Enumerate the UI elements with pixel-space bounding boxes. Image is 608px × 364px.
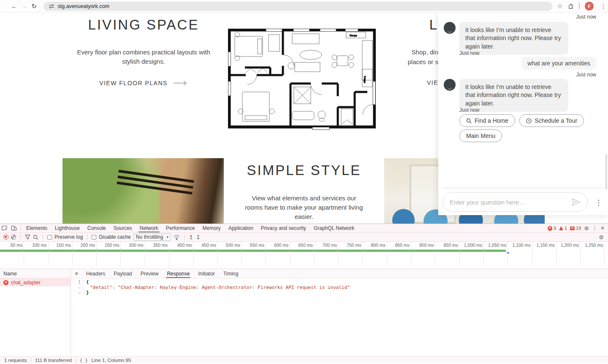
chat-widget: Just now It looks like I’m unable to ret… (438, 13, 608, 215)
console-errors-badge[interactable]: ✕ 3 (548, 226, 556, 231)
requests-list: Name ✕ chat_adapter (0, 269, 71, 356)
code-text: { (84, 280, 89, 285)
schedule-a-tour-button[interactable]: Schedule a Tour (519, 114, 584, 127)
devtools-close-icon[interactable]: ✕ (600, 225, 605, 231)
browser-menu-icon[interactable]: ⋮ (599, 3, 608, 10)
timeline-tick-label: 550 ms (250, 243, 264, 248)
devtools-tab-memory[interactable]: Memory (199, 224, 225, 232)
network-settings-icon[interactable]: ⚙ (599, 235, 604, 240)
request-details-panel: ✕ HeadersPayloadPreviewResponseInitiator… (71, 269, 608, 356)
details-tab-preview[interactable]: Preview (136, 269, 163, 278)
code-line: – } (71, 290, 608, 296)
devtools-tab-lighthouse[interactable]: Lighthouse (51, 224, 84, 232)
devtools-tab-performance[interactable]: Performance (162, 224, 199, 232)
details-tab-response[interactable]: Response (163, 269, 194, 278)
throttling-value: No throttling (136, 234, 163, 240)
question-input[interactable] (450, 199, 571, 206)
network-conditions-icon[interactable] (174, 235, 180, 240)
timeline-tick-label: 1,050 ms (488, 243, 506, 248)
browser-toolbar: ← → ↻ stg.avenueatyork.com ☆ F ⋮ (0, 0, 608, 13)
clear-network-log-button[interactable] (11, 235, 16, 240)
location-cta-partial[interactable]: VIE (396, 79, 438, 86)
view-floor-plans-link[interactable]: VIEW FLOOR PLANS (99, 80, 188, 86)
living-space-section: LIVING SPACE Every floor plan combines p… (59, 17, 228, 87)
site-settings-icon[interactable] (49, 3, 54, 9)
device-toolbar-icon[interactable] (9, 225, 19, 231)
timeline-gridline: 650 ms (290, 242, 315, 266)
chat-scrollbar[interactable] (605, 154, 607, 190)
bookmark-star-icon[interactable]: ☆ (557, 3, 563, 10)
living-space-body: Every floor plan combines practical layo… (59, 48, 228, 66)
divider (579, 3, 580, 9)
search-network-icon[interactable] (33, 235, 38, 240)
address-bar[interactable]: stg.avenueatyork.com (43, 2, 552, 11)
timeline-tick-label: 50 ms (11, 243, 23, 248)
chat-timestamp: Just now (459, 50, 479, 56)
devtools-tab-elements[interactable]: Elements (22, 224, 51, 232)
filter-icon[interactable] (25, 235, 30, 240)
line-number: – (71, 290, 84, 296)
disable-cache-checkbox[interactable] (92, 235, 96, 240)
devtools-settings-icon[interactable]: ⚙ (584, 225, 589, 232)
profile-avatar[interactable]: F (585, 2, 594, 11)
export-har-icon[interactable]: ↧ (196, 235, 201, 240)
error-icon: ✕ (548, 226, 552, 231)
details-tab-timing[interactable]: Timing (219, 269, 243, 278)
divider (184, 234, 185, 240)
preserve-log-checkbox[interactable] (47, 235, 52, 240)
location-title-partial: L (396, 17, 438, 33)
error-count: 3 (554, 226, 556, 231)
network-overview-timeline[interactable]: 50 ms100 ms150 ms200 ms250 ms300 ms350 m… (0, 242, 608, 266)
console-warnings-badge[interactable]: 1 (559, 226, 567, 231)
main-menu-button[interactable]: Main Menu (459, 129, 502, 142)
devtools-tab-graphql-network[interactable]: GraphQL Network (310, 224, 358, 232)
throttling-dropdown[interactable]: No throttling ▾ (133, 234, 171, 241)
extensions-icon[interactable] (568, 3, 574, 9)
chat-timestamp: Just now (459, 107, 479, 113)
back-icon[interactable]: ← (9, 3, 19, 10)
cursor-position: Line 1, Column 95 (92, 358, 131, 363)
find-a-home-button[interactable]: Find a Home (459, 114, 515, 127)
response-body[interactable]: 1 { – "detail": "Chat-Adapter: Hayley-En… (71, 278, 608, 356)
chat-input-field[interactable] (442, 192, 588, 212)
request-row-chat-adapter[interactable]: ✕ chat_adapter (0, 278, 71, 286)
search-icon (466, 118, 472, 124)
timeline-tick-label: 1,150 ms (537, 243, 555, 248)
chat-menu-icon[interactable]: ⋮ (595, 198, 602, 207)
timeline-tick-label: 400 ms (177, 243, 192, 248)
issues-badge[interactable]: 19 (570, 226, 581, 231)
reload-icon[interactable]: ↻ (29, 3, 39, 10)
forward-icon[interactable]: → (19, 3, 30, 10)
close-details-icon[interactable]: ✕ (71, 271, 82, 277)
details-tab-headers[interactable]: Headers (82, 269, 109, 278)
timeline-tick-label: 800 ms (371, 243, 385, 248)
inspect-element-icon[interactable] (0, 225, 9, 231)
timeline-gridline: 50 ms (0, 242, 24, 266)
requests-count: 1 requests (4, 358, 27, 363)
style-line2: rooms have to make your apartment living (245, 204, 363, 211)
details-tab-payload[interactable]: Payload (109, 269, 136, 278)
divider (43, 234, 43, 240)
timeline-tick-label: 850 ms (395, 243, 410, 248)
devtools-tab-sources[interactable]: Sources (110, 224, 136, 232)
timeline-tick-label: 1,250 ms (585, 243, 603, 248)
import-har-icon[interactable]: ↥ (189, 235, 193, 240)
record-network-log-button[interactable] (3, 235, 8, 240)
divider (87, 234, 87, 240)
devtools-tab-application[interactable]: Application (225, 224, 257, 232)
timeline-gridline: 550 ms (242, 242, 266, 266)
devtools-tab-console[interactable]: Console (84, 224, 110, 232)
devtools-tab-privacy-and-security[interactable]: Privacy and security (257, 224, 310, 232)
timeline-tick-label: 250 ms (105, 243, 119, 248)
devtools-menu-icon[interactable]: ⋮ (592, 225, 597, 232)
timeline-gridline: 1,250 ms (581, 242, 605, 266)
details-tab-initiator[interactable]: Initiator (194, 269, 219, 278)
devtools-tab-network[interactable]: Network (136, 224, 162, 232)
location-line2: places or s (407, 58, 438, 65)
send-icon[interactable] (571, 198, 581, 206)
style-line3: easier. (295, 213, 313, 220)
name-column-header[interactable]: Name (0, 269, 71, 278)
street-photo (62, 158, 224, 224)
format-braces-icon[interactable]: { } (80, 358, 88, 363)
living-space-title: LIVING SPACE (59, 17, 228, 33)
